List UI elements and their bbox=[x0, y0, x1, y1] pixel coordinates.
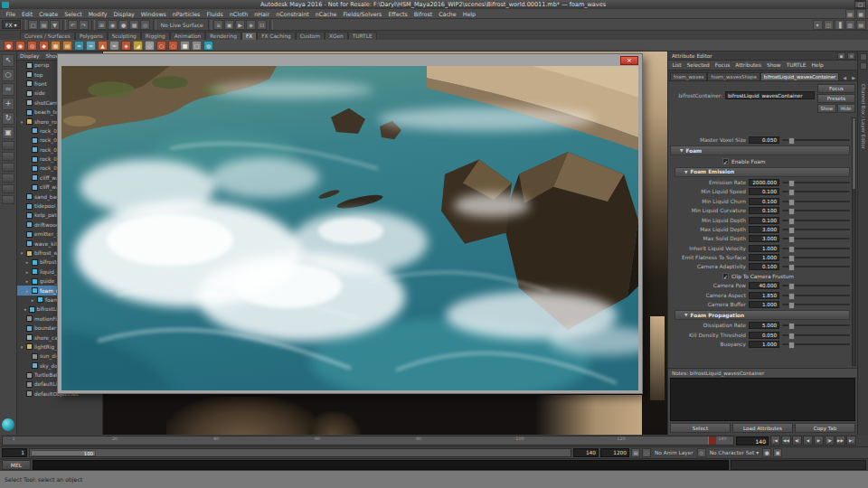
section-header-foam[interactable]: ▼Foam bbox=[670, 145, 850, 155]
attr-value-field[interactable]: 0.050 bbox=[749, 332, 779, 339]
scrollbar-thumb[interactable] bbox=[853, 118, 855, 189]
play-forward-button[interactable]: ▶ bbox=[814, 436, 824, 446]
close-icon[interactable]: × bbox=[847, 52, 855, 60]
select-button[interactable]: Select bbox=[670, 423, 731, 433]
move-tool-icon[interactable]: + bbox=[2, 98, 14, 110]
open-scene-icon[interactable]: ▤ bbox=[39, 20, 49, 30]
section-header-foam-emission[interactable]: ▼Foam Emission bbox=[675, 167, 850, 177]
anim-end-field[interactable]: 1200 bbox=[600, 448, 629, 457]
attr-slider[interactable] bbox=[782, 266, 850, 267]
attr-value-field[interactable]: 0.100 bbox=[749, 263, 779, 270]
menu-fields-solvers[interactable]: Fields/Solvers bbox=[340, 11, 385, 17]
step-back-key-button[interactable]: ◀| bbox=[792, 436, 802, 446]
attr-value-field[interactable]: 0.050 bbox=[749, 136, 779, 144]
go-end-button[interactable]: ▶| bbox=[846, 436, 856, 446]
render-window-titlebar[interactable]: × bbox=[61, 54, 638, 66]
shelf-tab-sculpting[interactable]: Sculpting bbox=[108, 32, 141, 40]
layout-preset-button[interactable] bbox=[2, 184, 14, 193]
outliner-menu-display[interactable]: Display bbox=[20, 53, 39, 59]
tab-scroll-left-icon[interactable]: ◀ bbox=[841, 75, 848, 80]
attr-value-field[interactable]: 5.000 bbox=[749, 322, 779, 329]
render-settings-icon[interactable]: ⊡ bbox=[257, 20, 267, 30]
menu-nhair[interactable]: nHair bbox=[251, 11, 273, 17]
ipr-render-icon[interactable]: ◈ bbox=[246, 20, 256, 30]
nparticles-icon[interactable]: ● bbox=[4, 41, 14, 51]
menu-nparticles[interactable]: nParticles bbox=[169, 11, 203, 17]
attr-value-field[interactable]: 1.000 bbox=[749, 341, 779, 348]
step-fwd-frame-button[interactable]: ▶▶ bbox=[835, 436, 845, 446]
shelf-tab-xgen[interactable]: XGen bbox=[325, 32, 348, 40]
copy-tab-button[interactable]: Copy Tab bbox=[795, 423, 855, 433]
shelf-tab-animation[interactable]: Animation bbox=[170, 32, 206, 40]
attr-value-field[interactable]: 2000.000 bbox=[749, 179, 779, 186]
shelf-tab-rendering[interactable]: Rendering bbox=[205, 32, 241, 40]
render-frame-icon[interactable]: ▶ bbox=[235, 20, 245, 30]
bifrost-liquid-icon[interactable]: ◍ bbox=[203, 41, 213, 51]
layout-preset-button[interactable] bbox=[2, 152, 14, 161]
step-back-frame-button[interactable]: ◀◀ bbox=[781, 436, 791, 446]
attr-value-field[interactable]: 0.100 bbox=[749, 188, 779, 195]
attr-slider[interactable] bbox=[782, 238, 850, 239]
render-view-icon[interactable]: ▣ bbox=[224, 20, 234, 30]
menu-ncache[interactable]: nCache bbox=[312, 11, 340, 17]
ae-tab-foam-wavesshape[interactable]: foam_wavesShape bbox=[707, 72, 760, 80]
ae-menu-show[interactable]: Show bbox=[764, 62, 783, 68]
ae-menu-focus[interactable]: Focus bbox=[712, 62, 732, 68]
attr-slider[interactable] bbox=[782, 334, 850, 336]
checkbox-clip-to-camera-frustum[interactable]: ✓ bbox=[722, 273, 729, 279]
close-window-button[interactable]: × bbox=[620, 56, 638, 65]
lightning-icon[interactable]: ◢ bbox=[133, 41, 143, 51]
snap-point-icon[interactable]: ● bbox=[118, 20, 128, 30]
menu-ncloth[interactable]: nCloth bbox=[226, 11, 250, 17]
layout-preset-button[interactable] bbox=[2, 174, 14, 183]
shelf-tab-fx[interactable]: FX bbox=[241, 32, 257, 40]
go-start-button[interactable]: |◀ bbox=[770, 436, 780, 446]
smoke-icon[interactable]: ≈ bbox=[109, 41, 119, 51]
menu-help[interactable]: Help bbox=[459, 11, 478, 17]
load-attributes-button[interactable]: Load Attributes bbox=[732, 423, 793, 433]
soft-body-icon[interactable]: □ bbox=[192, 41, 202, 51]
menu-bifrost[interactable]: Bifrost bbox=[410, 11, 435, 17]
save-scene-icon[interactable]: ▼ bbox=[50, 20, 60, 30]
select-tool-icon[interactable]: ↖ bbox=[2, 54, 14, 67]
channel-box-tab-label[interactable]: Channel Box / Layer Editor bbox=[861, 70, 866, 149]
snap-grid-icon[interactable]: ⊞ bbox=[97, 20, 107, 30]
attribute-editor-scrollbar[interactable] bbox=[852, 117, 856, 366]
mel-button[interactable]: MEL bbox=[2, 460, 31, 470]
ae-tab-foam-waves[interactable]: foam_waves bbox=[670, 72, 707, 80]
anim-start-field[interactable]: 1 bbox=[2, 448, 27, 457]
render-view-window[interactable]: × bbox=[57, 53, 643, 394]
new-scene-icon[interactable]: □ bbox=[28, 20, 38, 30]
checkbox-enable-foam[interactable]: ✓ bbox=[722, 158, 729, 164]
workspace-icon[interactable]: ▤ bbox=[845, 9, 855, 19]
menu-file[interactable]: File bbox=[3, 11, 19, 17]
menuset-dropdown[interactable]: FX▾ bbox=[2, 20, 21, 29]
mute-layer-icon[interactable]: ◌ bbox=[642, 448, 651, 457]
pond-icon[interactable]: ≈ bbox=[86, 41, 96, 51]
command-input[interactable] bbox=[33, 460, 729, 470]
menu-effects[interactable]: Effects bbox=[385, 11, 410, 17]
scale-tool-icon[interactable]: ▣ bbox=[2, 127, 14, 139]
attr-value-field[interactable]: 0.100 bbox=[749, 217, 779, 224]
sidebar-tool-icon[interactable]: ▥ bbox=[845, 20, 855, 30]
anim-layer-icon[interactable]: ▤ bbox=[631, 448, 640, 457]
ae-menu-turtle[interactable]: TURTLE bbox=[784, 62, 808, 68]
attr-value-field[interactable]: 0.100 bbox=[749, 198, 779, 205]
shelf-tab-custom[interactable]: Custom bbox=[296, 32, 325, 40]
ae-tab-bifrostliquid-wavescontainer[interactable]: bifrostLiquid_wavesContainer bbox=[760, 72, 839, 80]
particle-collision-icon[interactable]: ◆ bbox=[39, 41, 49, 51]
selection-mask-icon[interactable]: ▾ bbox=[813, 20, 823, 30]
character-set-label[interactable]: No Character Set ▾ bbox=[710, 450, 759, 455]
goal-icon[interactable]: ◎ bbox=[27, 41, 37, 51]
hide-button[interactable]: Hide bbox=[837, 104, 856, 113]
menu-windows[interactable]: Windows bbox=[137, 11, 169, 17]
snap-curve-icon[interactable]: ◉ bbox=[108, 20, 118, 30]
shelf-tab-curves-surfaces[interactable]: Curves / Surfaces bbox=[20, 32, 75, 40]
raise-panels-icon[interactable]: ▦ bbox=[856, 9, 866, 19]
rigid-body-icon[interactable]: ■ bbox=[180, 41, 190, 51]
attr-slider[interactable] bbox=[782, 248, 850, 249]
layout-preset-button[interactable] bbox=[2, 163, 14, 172]
curve-flow-icon[interactable]: ○ bbox=[156, 41, 166, 51]
attr-slider[interactable] bbox=[782, 295, 850, 296]
paint-select-tool-icon[interactable]: ≈ bbox=[2, 83, 14, 96]
